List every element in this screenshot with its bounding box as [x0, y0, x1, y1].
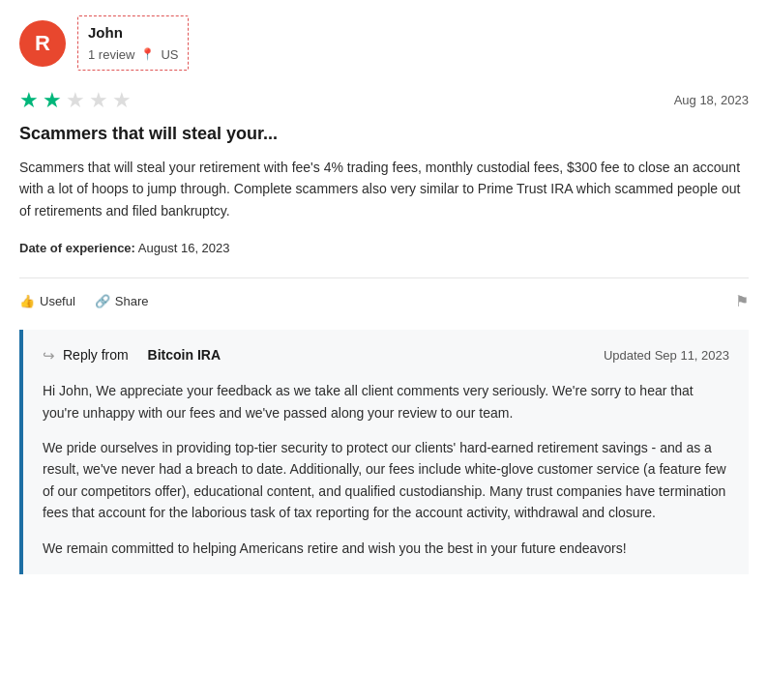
reply-from: ↪ Reply from Bitcoin IRA	[43, 345, 221, 367]
reply-from-label: Reply from	[63, 345, 129, 365]
reply-company-name: Bitcoin IRA	[148, 345, 221, 365]
star-5: ★	[112, 90, 133, 111]
review-date: Aug 18, 2023	[674, 91, 749, 110]
share-button[interactable]: 🔗 Share	[95, 294, 149, 308]
star-1: ★	[19, 90, 41, 111]
flag-button[interactable]: ⚑	[735, 292, 749, 310]
star-3: ★	[66, 90, 87, 111]
avatar: R	[19, 20, 66, 67]
reply-body: Hi John, We appreciate your feedback as …	[43, 380, 729, 559]
reviewer-location: US	[161, 45, 178, 65]
location-icon: 📍	[140, 45, 155, 63]
action-buttons: 👍 Useful 🔗 Share	[19, 294, 149, 308]
divider	[19, 277, 749, 278]
reviewer-meta: 1 review 📍 US	[88, 45, 178, 65]
star-4: ★	[89, 90, 110, 111]
useful-icon: 👍	[19, 294, 35, 308]
reply-paragraph-3: We remain committed to helping Americans…	[43, 538, 729, 559]
review-count: 1 review	[88, 45, 134, 65]
useful-button[interactable]: 👍 Useful	[19, 294, 75, 308]
date-experience-value-text: August 16, 2023	[138, 241, 230, 255]
date-experience-label: Date of experience:	[19, 241, 135, 255]
flag-icon: ⚑	[735, 293, 749, 309]
page-wrapper: R John 1 review 📍 US ★ ★ ★ ★ ★ Aug 18, 2…	[0, 0, 768, 590]
share-icon: 🔗	[95, 294, 110, 308]
reviewer-name: John	[88, 22, 178, 44]
reply-box: ↪ Reply from Bitcoin IRA Updated Sep 11,…	[19, 330, 749, 574]
reply-arrow-icon: ↪	[43, 345, 55, 367]
review-body: Scammers that will steal your retirement…	[19, 157, 749, 221]
star-2: ★	[43, 90, 64, 111]
reply-paragraph-2: We pride ourselves in providing top-tier…	[43, 437, 729, 524]
useful-label: Useful	[40, 294, 75, 308]
reply-paragraph-1: Hi John, We appreciate your feedback as …	[43, 380, 729, 423]
share-label: Share	[115, 294, 149, 308]
reviewer-header: R John 1 review 📍 US	[19, 15, 749, 71]
review-title: Scammers that will steal your...	[19, 121, 749, 147]
action-row: 👍 Useful 🔗 Share ⚑	[19, 292, 749, 314]
reply-updated-date: Updated Sep 11, 2023	[604, 346, 729, 365]
star-rating: ★ ★ ★ ★ ★	[19, 90, 133, 111]
reviewer-info-box: John 1 review 📍 US	[77, 15, 189, 71]
date-of-experience: Date of experience: August 16, 2023	[19, 239, 749, 258]
reply-header: ↪ Reply from Bitcoin IRA Updated Sep 11,…	[43, 345, 729, 367]
rating-row: ★ ★ ★ ★ ★ Aug 18, 2023	[19, 90, 749, 111]
